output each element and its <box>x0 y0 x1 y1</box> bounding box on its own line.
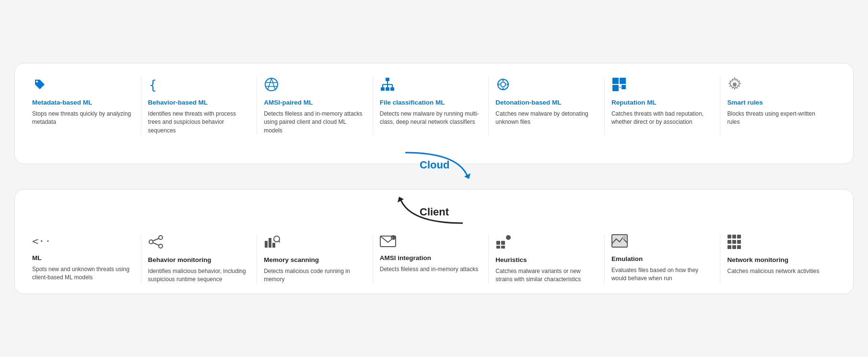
landscape-icon <box>611 234 714 251</box>
arrows-lr-icon: <···> <box>32 234 134 250</box>
svg-rect-10 <box>390 87 394 91</box>
detonation-ml-desc: Catches new malware by detonating unknow… <box>495 110 598 127</box>
cloud-connector: Cloud <box>15 150 853 184</box>
gear-icon <box>727 77 829 95</box>
item-amsi-integration: ! AMSI integration Detects fileless and … <box>373 234 489 284</box>
item-memory-scanning: Memory scanning Detects malicious code r… <box>257 234 373 284</box>
svg-text:!: ! <box>392 237 393 240</box>
heuristics-desc: Catches malware variants or new strains … <box>495 267 598 284</box>
svg-marker-30 <box>398 197 404 202</box>
svg-text:{ }: { } <box>149 78 164 92</box>
svg-rect-58 <box>737 240 741 244</box>
svg-text:Cloud: Cloud <box>420 159 449 171</box>
heuristics-title: Heuristics <box>495 256 598 264</box>
memory-scanning-title: Memory scanning <box>264 256 366 264</box>
svg-rect-26 <box>620 87 621 88</box>
reputation-ml-desc: Catches threats with bad reputation, whe… <box>611 110 714 127</box>
emulation-desc: Evaluates files based on how they would … <box>611 266 714 283</box>
share-icon <box>148 234 250 252</box>
svg-rect-46 <box>496 241 500 245</box>
svg-rect-56 <box>727 240 731 244</box>
behavior-monitoring-title: Behavior monitoring <box>148 256 250 264</box>
reputation-ml-title: Reputation ML <box>611 98 714 107</box>
item-behavior-monitoring: Behavior monitoring Identifies malicious… <box>141 234 258 284</box>
file-class-ml-title: File classification ML <box>380 98 482 107</box>
item-file-class-ml: File classification ML Detects new malwa… <box>373 77 489 135</box>
svg-line-4 <box>271 78 275 90</box>
svg-rect-39 <box>269 238 271 248</box>
item-behavior-ml: { } Behavior-based ML Identifies new thr… <box>141 77 258 135</box>
svg-point-52 <box>622 236 626 239</box>
item-network-monitoring: Network monitoring Catches malicious net… <box>720 234 836 284</box>
client-items-row: <···> ML Spots new and unknown threats u… <box>32 234 836 284</box>
svg-line-37 <box>153 243 159 245</box>
memory-scanning-desc: Detects malicious code running in memory <box>264 267 366 284</box>
item-client-ml: <···> ML Spots new and unknown threats u… <box>32 234 141 284</box>
metadata-ml-title: Metadata-based ML <box>32 98 134 107</box>
dots-square-icon <box>495 234 598 252</box>
svg-rect-38 <box>265 241 268 248</box>
behavior-monitoring-desc: Identifies malicious behavior, including… <box>148 267 250 284</box>
svg-point-16 <box>498 79 508 90</box>
svg-line-3 <box>268 78 271 90</box>
client-connector: Client <box>32 194 836 226</box>
cloud-arrow-svg: Cloud <box>381 150 487 184</box>
cloud-items-row: Metadata-based ML Stops new threats quic… <box>32 77 836 135</box>
svg-rect-8 <box>381 87 385 91</box>
svg-point-0 <box>36 81 38 83</box>
svg-rect-47 <box>501 241 505 245</box>
item-emulation: Emulation Evaluates files based on how t… <box>605 234 721 284</box>
svg-point-17 <box>501 82 505 87</box>
hierarchy-icon <box>380 77 482 95</box>
client-panel: Client <···> ML Spots new and unknown th… <box>14 189 854 294</box>
tag-icon <box>32 77 134 95</box>
cloud-panel: Metadata-based ML Stops new threats quic… <box>14 63 854 164</box>
item-metadata-ml: Metadata-based ML Stops new threats quic… <box>32 77 141 135</box>
svg-point-50 <box>506 235 511 240</box>
svg-point-35 <box>159 244 163 248</box>
svg-line-42 <box>279 241 280 243</box>
amsi-integration-title: AMSI integration <box>380 254 482 262</box>
svg-point-33 <box>159 236 163 239</box>
client-arrow-svg: Client <box>381 194 487 226</box>
svg-rect-57 <box>732 240 736 244</box>
network-icon <box>264 77 366 95</box>
client-ml-desc: Spots new and unknown threats using clie… <box>32 265 134 282</box>
item-detonation-ml: Detonation-based ML Catches new malware … <box>489 77 605 135</box>
svg-rect-24 <box>612 85 619 91</box>
amsi-integration-desc: Detects fileless and in-memory attacks <box>380 265 482 274</box>
svg-rect-53 <box>727 235 731 238</box>
smart-rules-title: Smart rules <box>727 98 829 107</box>
client-ml-title: ML <box>32 254 134 262</box>
svg-marker-28 <box>464 173 470 179</box>
svg-rect-49 <box>501 246 505 249</box>
svg-point-27 <box>733 83 737 86</box>
svg-rect-59 <box>727 245 731 249</box>
item-smart-rules: Smart rules Blocks threats using expert-… <box>720 77 836 135</box>
svg-rect-60 <box>732 245 736 249</box>
svg-rect-7 <box>386 78 389 81</box>
svg-rect-55 <box>737 235 741 238</box>
svg-text:Client: Client <box>420 206 449 218</box>
amsi-ml-title: AMSI-paired ML <box>264 98 366 107</box>
svg-point-34 <box>149 240 153 244</box>
squares-icon <box>611 77 714 95</box>
detonation-ml-title: Detonation-based ML <box>495 98 598 107</box>
braces-icon: { } <box>148 77 250 95</box>
chart-search-icon <box>264 234 366 252</box>
grid-icon <box>727 234 829 252</box>
svg-rect-54 <box>732 235 736 238</box>
envelope-icon: ! <box>380 234 482 250</box>
svg-rect-23 <box>620 78 626 84</box>
item-heuristics: Heuristics Catches malware variants or n… <box>489 234 605 284</box>
svg-rect-25 <box>622 85 626 89</box>
metadata-ml-desc: Stops new threats quickly by analyzing m… <box>32 110 134 127</box>
svg-line-36 <box>153 238 159 241</box>
svg-rect-22 <box>612 78 619 84</box>
svg-rect-40 <box>272 243 275 248</box>
item-reputation-ml: Reputation ML Catches threats with bad r… <box>605 77 721 135</box>
svg-rect-61 <box>737 245 741 249</box>
svg-text:<···>: <···> <box>32 235 48 247</box>
file-class-ml-desc: Detects new malware by running multi-cla… <box>380 110 482 127</box>
network-monitoring-desc: Catches malicious network activities <box>727 267 829 275</box>
